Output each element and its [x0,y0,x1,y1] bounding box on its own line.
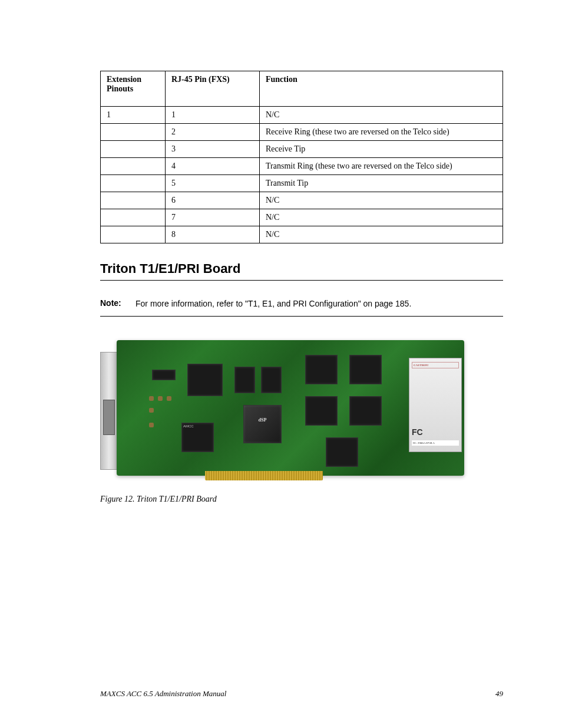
cell: 1 [101,107,166,124]
cell: 3 [166,141,260,158]
capacitor-icon [158,396,163,401]
table-row: 4 Transmit Ring (these two are reversed … [101,158,503,175]
note-text: For more information, refer to "T1, E1, … [135,298,503,310]
cell: Transmit Ring (these two are reversed on… [260,158,503,175]
cell [101,158,166,175]
capacitor-icon [149,396,154,401]
cell: 7 [166,209,260,226]
cell [101,141,166,158]
table-row: 5 Transmit Tip [101,175,503,192]
pci-bracket-icon [100,352,118,470]
page-footer: MAXCS ACC 6.5 Administration Manual 49 [100,689,503,699]
chip-icon [349,355,382,384]
capacitor-icon [149,423,154,427]
cell: N/C [260,192,503,209]
cell: Receive Ring (these two are reversed on … [260,124,503,141]
chip-icon [152,370,176,380]
cell [101,175,166,192]
table-row: 6 N/C [101,192,503,209]
table-row: 2 Receive Ring (these two are reversed o… [101,124,503,141]
th-extension-pinouts: Extension Pinouts [101,71,166,107]
chip-icon [187,364,223,396]
footer-title: MAXCS ACC 6.5 Administration Manual [100,689,226,699]
chip-icon [261,367,282,393]
daughter-module-icon: CAUTION! FC IC: 2966A 8708 A [409,358,462,452]
board-photo: dSP AMCC CAUTION! FC IC: 2966A 8708 A [100,334,470,487]
capacitor-icon [149,408,154,413]
cell [101,209,166,226]
pci-edge-connector-icon [205,471,323,480]
cell: 1 [166,107,260,124]
section-heading: Triton T1/E1/PRI Board [100,261,503,281]
chip-icon: AMCC [181,423,214,452]
cell: 6 [166,192,260,209]
table-row: 7 N/C [101,209,503,226]
cell: 5 [166,175,260,192]
note-block: Note: For more information, refer to "T1… [100,298,503,317]
th-rj45-pin: RJ-45 Pin (FXS) [166,71,260,107]
footer-page-number: 49 [495,689,503,699]
table-row: 1 1 N/C [101,107,503,124]
cell: 8 [166,226,260,243]
pinout-table: Extension Pinouts RJ-45 Pin (FXS) Functi… [100,71,503,243]
cell [101,192,166,209]
table-row: 3 Receive Tip [101,141,503,158]
chip-icon [305,355,338,384]
cell: Receive Tip [260,141,503,158]
table-row: 8 N/C [101,226,503,243]
chip-icon [326,437,358,467]
cell [101,124,166,141]
chip-icon [349,396,382,426]
cell [101,226,166,243]
cell: 4 [166,158,260,175]
pcb-icon: dSP AMCC CAUTION! FC IC: 2966A 8708 A [117,340,464,476]
table-header-row: Extension Pinouts RJ-45 Pin (FXS) Functi… [101,71,503,107]
figure-caption: Figure 12. Triton T1/E1/PRI Board [100,495,503,504]
note-label: Note: [100,298,135,310]
cell: N/C [260,107,503,124]
cell: N/C [260,226,503,243]
chip-icon [305,396,338,426]
capacitor-icon [167,396,171,401]
cell: Transmit Tip [260,175,503,192]
chip-icon [234,367,255,393]
th-function: Function [260,71,503,107]
dsp-chip-icon: dSP [243,405,282,443]
cell: N/C [260,209,503,226]
cell: 2 [166,124,260,141]
port-icon [103,400,115,435]
